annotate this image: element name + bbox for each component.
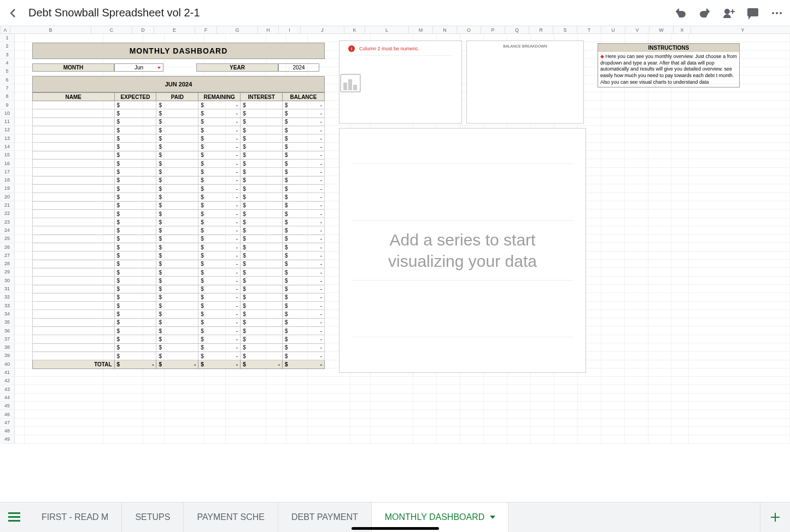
column-header[interactable]: Y <box>691 26 790 33</box>
column-header[interactable]: S <box>553 26 577 33</box>
row-header[interactable]: 34 <box>0 310 15 318</box>
chart-error-box[interactable]: ! Column 2 must be numeric. <box>339 40 462 124</box>
row-header[interactable]: 21 <box>0 201 15 209</box>
column-header[interactable]: R <box>529 26 553 33</box>
table-row[interactable]: $$$-$$- <box>33 318 325 326</box>
table-row[interactable]: $$$-$$- <box>33 252 325 260</box>
table-row[interactable]: $$$-$$- <box>33 109 325 118</box>
column-header[interactable]: K <box>344 26 365 33</box>
row-header[interactable]: 1 <box>0 34 15 42</box>
row-header[interactable]: 31 <box>0 285 15 293</box>
row-header[interactable]: 49 <box>0 435 15 443</box>
column-header[interactable]: M <box>409 26 433 33</box>
row-header[interactable]: 33 <box>0 302 15 310</box>
table-row[interactable]: $$$-$$- <box>33 235 325 243</box>
column-header[interactable]: B <box>10 26 91 33</box>
table-row[interactable]: $$$-$$- <box>33 118 325 126</box>
row-header[interactable]: 40 <box>0 360 15 369</box>
table-row[interactable]: $$$-$$- <box>33 268 325 276</box>
comment-icon[interactable] <box>746 7 759 20</box>
table-row[interactable]: $$$-$$- <box>33 160 325 168</box>
row-header[interactable]: 30 <box>0 277 15 285</box>
table-row[interactable]: $$$-$$- <box>33 193 325 201</box>
redo-icon[interactable] <box>698 7 711 20</box>
row-header[interactable]: 20 <box>0 193 15 201</box>
row-header[interactable]: 15 <box>0 151 15 159</box>
table-row[interactable]: $$$-$$- <box>33 310 325 318</box>
table-row[interactable]: $$$-$$- <box>33 352 325 360</box>
row-header[interactable]: 19 <box>0 184 15 192</box>
row-header[interactable]: 10 <box>0 109 15 118</box>
row-header[interactable]: 12 <box>0 126 15 134</box>
row-header[interactable]: 44 <box>0 394 15 402</box>
table-row[interactable]: $$$-$$- <box>33 143 325 151</box>
more-icon[interactable] <box>770 7 783 20</box>
row-header[interactable]: 14 <box>0 143 15 151</box>
table-row[interactable]: $$$-$$- <box>33 285 325 293</box>
column-header[interactable]: W <box>649 26 674 33</box>
row-header[interactable]: 35 <box>0 318 15 326</box>
document-title[interactable]: Debt Snowball Spreadsheet vol 2-1 <box>28 7 200 19</box>
column-header[interactable]: F <box>195 26 217 33</box>
column-header[interactable]: V <box>625 26 649 33</box>
row-header[interactable]: 48 <box>0 427 15 435</box>
table-row[interactable]: $$$-$$- <box>33 168 325 176</box>
row-header[interactable]: 2 <box>0 42 15 50</box>
row-header[interactable]: 28 <box>0 260 15 268</box>
row-header[interactable]: 42 <box>0 377 15 385</box>
column-header[interactable]: I <box>279 26 301 33</box>
column-header[interactable]: A <box>1 26 10 33</box>
row-header[interactable]: 43 <box>0 385 15 393</box>
column-header[interactable]: J <box>301 26 344 33</box>
row-header[interactable]: 38 <box>0 343 15 352</box>
column-header[interactable]: U <box>601 26 625 33</box>
table-row[interactable]: $$$-$$- <box>33 302 325 310</box>
table-row[interactable]: $$$-$$- <box>33 209 325 218</box>
column-header[interactable]: O <box>457 26 481 33</box>
column-header[interactable]: Q <box>505 26 529 33</box>
row-header[interactable]: 18 <box>0 176 15 184</box>
row-header[interactable]: 7 <box>0 84 15 92</box>
row-header[interactable]: 29 <box>0 268 15 276</box>
row-header[interactable]: 22 <box>0 209 15 218</box>
table-row[interactable]: $$$-$$- <box>33 101 325 109</box>
column-header[interactable]: N <box>433 26 457 33</box>
row-header[interactable]: 13 <box>0 135 15 143</box>
column-header[interactable]: T <box>577 26 601 33</box>
row-header[interactable]: 23 <box>0 218 15 226</box>
table-row[interactable]: $$$-$$- <box>33 201 325 209</box>
row-header[interactable]: 27 <box>0 252 15 260</box>
table-row[interactable]: $$$-$$- <box>33 243 325 252</box>
row-header[interactable]: 47 <box>0 419 15 427</box>
row-header[interactable]: 24 <box>0 226 15 235</box>
table-row[interactable]: $$$-$$- <box>33 277 325 285</box>
dashboard-table[interactable]: NAMEEXPECTEDPAIDREMAININGINTERESTBALANCE… <box>32 92 325 369</box>
table-row[interactable]: $$$-$$- <box>33 135 325 143</box>
row-header[interactable]: 5 <box>0 67 15 75</box>
row-header[interactable]: 6 <box>0 75 15 84</box>
table-row[interactable]: $$$-$$- <box>33 293 325 301</box>
row-header[interactable]: 39 <box>0 352 15 360</box>
table-row[interactable]: $$$-$$- <box>33 218 325 226</box>
table-row[interactable]: $$$-$$- <box>33 176 325 184</box>
share-icon[interactable] <box>722 7 735 20</box>
column-header[interactable]: D <box>132 26 154 33</box>
column-header[interactable]: X <box>674 26 691 33</box>
balance-breakdown-chart[interactable]: BALANCE BREAKDOWN <box>466 40 584 124</box>
undo-icon[interactable] <box>674 7 687 20</box>
row-header[interactable]: 32 <box>0 293 15 301</box>
table-row[interactable]: $$$-$$- <box>33 151 325 159</box>
table-row[interactable]: $$$-$$- <box>33 184 325 192</box>
row-header[interactable]: 9 <box>0 101 15 109</box>
column-header[interactable]: C <box>91 26 132 33</box>
year-input[interactable]: 2024 <box>278 63 319 72</box>
empty-chart[interactable]: Add a series to startvisualizing your da… <box>339 128 586 373</box>
table-row[interactable]: $$$-$$- <box>33 126 325 134</box>
month-dropdown[interactable]: Jun <box>114 63 163 72</box>
table-row[interactable]: $$$-$$- <box>33 327 325 335</box>
table-row[interactable]: $$$-$$- <box>33 343 325 352</box>
row-header[interactable]: 11 <box>0 118 15 126</box>
row-header[interactable]: 37 <box>0 335 15 343</box>
column-header[interactable]: E <box>154 26 195 33</box>
back-icon[interactable] <box>7 7 20 20</box>
